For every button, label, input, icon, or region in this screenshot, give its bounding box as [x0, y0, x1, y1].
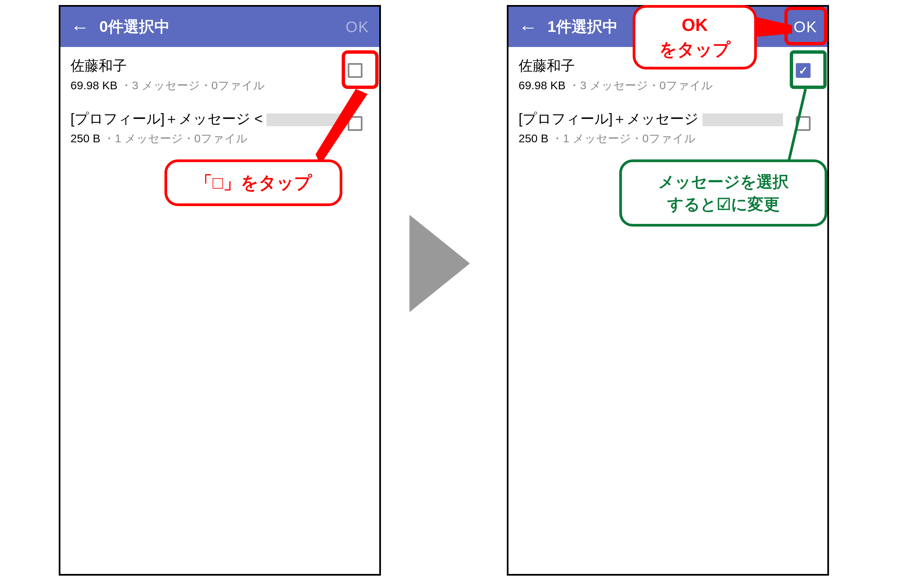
- svg-marker-1: [755, 17, 792, 37]
- item-meta: 69.98 KB ・3 メッセージ・0ファイル: [71, 78, 348, 93]
- item-text: 佐藤和子 69.98 KB ・3 メッセージ・0ファイル: [71, 56, 348, 93]
- contact-name: [プロフィール]＋メッセージ <: [71, 109, 348, 128]
- item-size: 250 B: [71, 132, 101, 145]
- item-meta: 250 B ・1 メッセージ・0ファイル: [518, 131, 796, 146]
- item-detail: ・3 メッセージ・0ファイル: [117, 79, 265, 92]
- svg-line-2: [789, 89, 805, 161]
- contact-name: 佐藤和子: [71, 56, 348, 75]
- ok-button[interactable]: OK: [794, 18, 817, 36]
- back-arrow-icon[interactable]: ←: [518, 16, 537, 38]
- checkbox-checked-icon[interactable]: ✓: [796, 63, 810, 78]
- checkbox-empty-icon[interactable]: [348, 63, 363, 78]
- item-size: 250 B: [518, 132, 548, 145]
- item-meta: 250 B ・1 メッセージ・0ファイル: [71, 131, 348, 146]
- app-header: ← 0件選択中 OK: [60, 7, 379, 47]
- item-meta: 69.98 KB ・3 メッセージ・0ファイル: [518, 78, 796, 93]
- contact-name: [プロフィール]＋メッセージ: [518, 109, 796, 128]
- item-text: [プロフィール]＋メッセージ 250 B ・1 メッセージ・0ファイル: [518, 109, 796, 146]
- phone-screenshot-left: ← 0件選択中 OK 佐藤和子 69.98 KB ・3 メッセージ・0ファイル …: [59, 5, 381, 576]
- callout-tap-ok: OK をタップ: [633, 5, 757, 69]
- redacted-block: [703, 114, 783, 126]
- list-item[interactable]: [プロフィール]＋メッセージ 250 B ・1 メッセージ・0ファイル: [508, 100, 827, 153]
- svg-marker-0: [315, 89, 368, 165]
- back-arrow-icon[interactable]: ←: [71, 16, 89, 38]
- callout-pointer-icon: [315, 89, 383, 166]
- item-detail: ・1 メッセージ・0ファイル: [101, 132, 248, 145]
- item-text: [プロフィール]＋メッセージ < 250 B ・1 メッセージ・0ファイル: [71, 109, 348, 146]
- item-size: 69.98 KB: [71, 79, 117, 92]
- callout-pointer-icon: [755, 17, 795, 40]
- phone-screenshot-right: ← 1件選択中 OK 佐藤和子 69.98 KB ・3 メッセージ・0ファイル …: [507, 5, 829, 576]
- item-detail: ・1 メッセージ・0ファイル: [548, 132, 696, 145]
- callout-pointer-icon: [784, 89, 831, 165]
- ok-button[interactable]: OK: [346, 18, 369, 36]
- item-size: 69.98 KB: [518, 79, 566, 92]
- header-title: 0件選択中: [99, 17, 346, 37]
- callout-checkbox-changed: メッセージを選択 すると☑に変更: [619, 159, 827, 226]
- transition-arrow-icon: [409, 215, 470, 312]
- item-detail: ・3 メッセージ・0ファイル: [566, 79, 713, 92]
- callout-tap-checkbox: 「□」をタップ: [165, 159, 342, 206]
